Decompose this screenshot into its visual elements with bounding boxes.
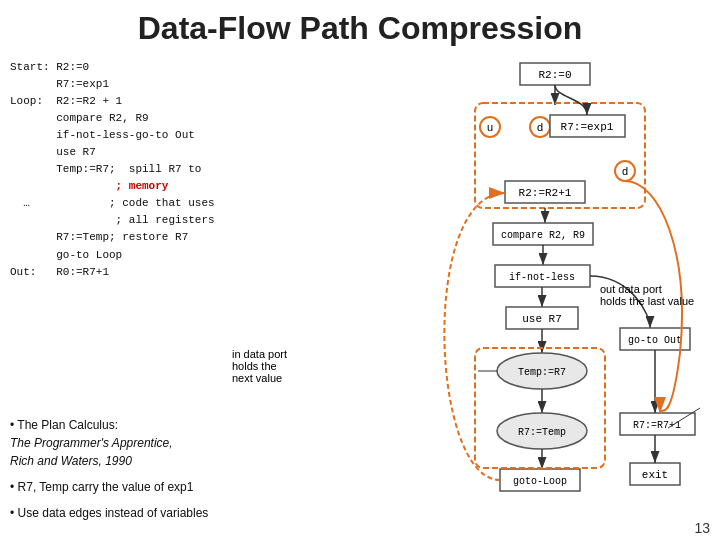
bullets-panel: • The Plan Calculus: The Programmer's Ap… — [10, 416, 230, 530]
code-line-3: Loop: R2:=R2 + 1 — [10, 93, 224, 110]
code-line-12: go-to Loop — [10, 247, 224, 264]
diagram-area: R2:=0 u d R7:=exp1 d R2:=R2+1 — [230, 53, 720, 540]
code-line-5: if-not-less-go-to Out — [10, 127, 224, 144]
label-use-r7: use R7 — [522, 313, 562, 325]
label-exit: exit — [642, 469, 668, 481]
label-if-not-less: if-not-less — [509, 272, 575, 283]
label-compare: compare R2, R9 — [501, 230, 585, 241]
code-line-10: ; all registers — [10, 212, 224, 229]
label-r7-r7-1: R7:=R7+1 — [633, 420, 681, 431]
code-line-9: … ; code that uses — [10, 195, 224, 212]
label-goto-loop: goto-Loop — [513, 476, 567, 487]
label-r2-0: R2:=0 — [538, 69, 571, 81]
code-line-6: use R7 — [10, 144, 224, 161]
label-r2-r2-1: R2:=R2+1 — [519, 187, 572, 199]
code-line-1: Start: R2:=0 — [10, 59, 224, 76]
annotation-in-data-port: in data port holds the next value — [232, 348, 342, 384]
label-temp-r7: Temp:=R7 — [518, 367, 566, 378]
code-line-8: ; memory — [10, 178, 224, 195]
bullet-r7-temp: • R7, Temp carry the value of exp1 — [10, 478, 230, 496]
bullet-plan-calculus: • The Plan Calculus: The Programmer's Ap… — [10, 416, 230, 470]
code-line-11: R7:=Temp; restore R7 — [10, 229, 224, 246]
code-line-4: compare R2, R9 — [10, 110, 224, 127]
label-r7-temp: R7:=Temp — [518, 427, 566, 438]
code-line-7: Temp:=R7; spill R7 to — [10, 161, 224, 178]
page-number: 13 — [694, 520, 710, 536]
label-d2: d — [622, 165, 628, 177]
annotation-out-data-port: out data port holds the last value — [600, 283, 720, 307]
label-u: u — [487, 121, 493, 133]
arrow-r2-to-r7 — [555, 85, 587, 115]
code-line-2: R7:=exp1 — [10, 76, 224, 93]
bullet-use-data-edges: • Use data edges instead of variables — [10, 504, 230, 522]
label-r7-exp1: R7:=exp1 — [561, 121, 614, 133]
page-title: Data-Flow Path Compression — [0, 0, 720, 53]
code-line-13: Out: R0:=R7+1 — [10, 264, 224, 281]
label-d1: d — [537, 121, 543, 133]
label-goto-out: go-to Out — [628, 335, 682, 346]
